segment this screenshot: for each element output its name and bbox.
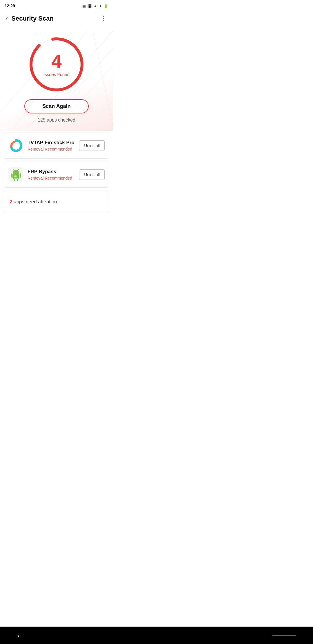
signal-icon: ▲ <box>99 4 102 8</box>
app-bar: ‹ Security Scan ⋮ <box>0 10 113 27</box>
svg-text:Bypass: Bypass <box>14 178 18 179</box>
apps-checked-text: 125 apps checked <box>38 117 75 123</box>
status-bar: 12:29 ▦ 📳 ▲ ▲ 🔋 <box>0 0 113 10</box>
tvtap-app-name: TVTAP Firestick Pro <box>28 140 75 146</box>
frp-icon-container: FRP Bypass <box>8 167 23 182</box>
frp-status: Removal Recommended <box>28 176 75 180</box>
frp-app-name: FRP Bypass <box>28 169 75 175</box>
cast-icon: ▦ <box>82 4 86 8</box>
status-icons: ▦ 📳 ▲ ▲ 🔋 <box>82 4 108 8</box>
hero-section: 4 Issues Found Scan Again 125 apps check… <box>0 27 113 131</box>
tvtap-app-info: TVTAP Firestick Pro Removal Recommended <box>28 140 75 151</box>
frp-icon: FRP Bypass <box>8 167 23 182</box>
svg-rect-18 <box>20 173 21 178</box>
svg-point-14 <box>17 172 18 173</box>
scan-again-button[interactable]: Scan Again <box>24 99 88 113</box>
page-title: Security Scan <box>11 15 98 22</box>
tvtap-status: Removal Recommended <box>28 147 75 151</box>
frp-app-info: FRP Bypass Removal Recommended <box>28 169 75 180</box>
svg-rect-17 <box>11 173 12 178</box>
svg-line-5 <box>93 31 113 127</box>
svg-text:FRP: FRP <box>14 175 18 177</box>
gauge-inner: 4 Issues Found <box>43 52 70 77</box>
wifi-icon: ▲ <box>93 4 97 8</box>
status-time: 12:29 <box>5 3 15 8</box>
tvtap-icon <box>8 138 23 153</box>
more-options-button[interactable]: ⋮ <box>98 12 110 25</box>
svg-point-13 <box>14 172 15 173</box>
battery-icon: 🔋 <box>104 4 108 8</box>
frp-uninstall-button[interactable]: Uninstall <box>79 169 105 180</box>
tvtap-icon-container <box>8 138 23 153</box>
back-button[interactable]: ‹ <box>3 12 10 25</box>
attention-card[interactable]: 2 apps need attention <box>4 191 109 213</box>
issue-card-tvtap: TVTAP Firestick Pro Removal Recommended … <box>4 133 109 159</box>
issue-card-frp: FRP Bypass FRP Bypass Removal Recommende… <box>4 162 109 188</box>
issue-count: 4 <box>43 52 70 71</box>
issue-label: Issues Found <box>43 72 70 77</box>
attention-text: 2 apps need attention <box>10 199 103 205</box>
vibrate-icon: 📳 <box>87 4 92 8</box>
attention-suffix: apps need attention <box>12 199 57 205</box>
issues-gauge: 4 Issues Found <box>28 35 85 93</box>
issues-list: TVTAP Firestick Pro Removal Recommended … <box>0 133 113 213</box>
tvtap-uninstall-button[interactable]: Uninstall <box>79 140 105 151</box>
